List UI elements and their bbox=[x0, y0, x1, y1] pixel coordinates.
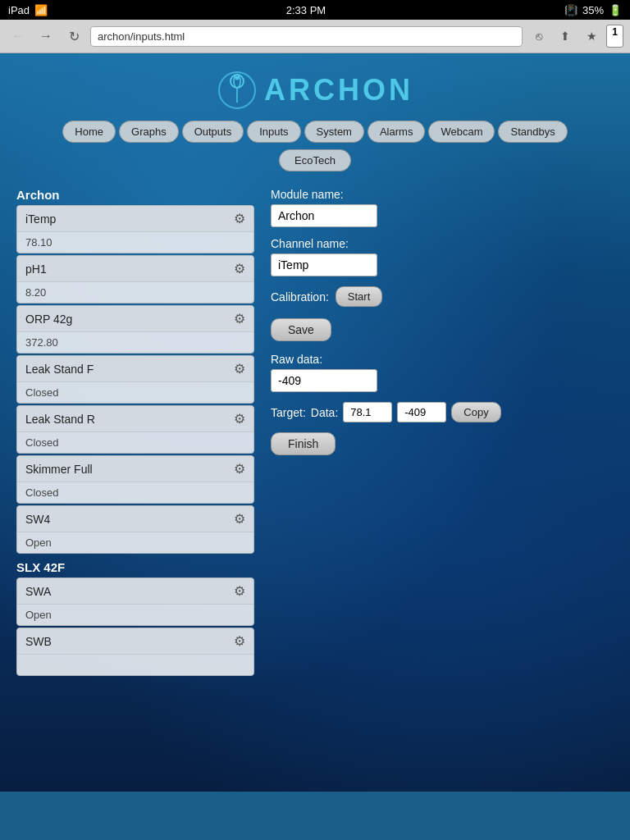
sensor-name-ph1: pH1 bbox=[25, 262, 47, 276]
sensor-card-swa[interactable]: SWA ⚙ Open bbox=[16, 578, 254, 626]
copy-button[interactable]: Copy bbox=[451, 402, 500, 422]
wifi-icon: 📶 bbox=[34, 4, 48, 16]
section-slx-label: SLX 42F bbox=[16, 560, 254, 574]
sensor-value-swa: Open bbox=[17, 605, 253, 625]
gear-icon-orp42g[interactable]: ⚙ bbox=[234, 311, 245, 326]
sensor-value-itemp: 78.10 bbox=[17, 232, 253, 253]
right-panel: Module name: Channel name: Calibration: … bbox=[271, 188, 614, 455]
sensor-value-orp42g: 372.80 bbox=[17, 332, 253, 353]
raw-data-input[interactable] bbox=[271, 369, 377, 392]
logo-text: ARCHON bbox=[264, 73, 413, 107]
bluetooth-icon: 📳 bbox=[564, 4, 578, 16]
target-row: Target: Data: Copy bbox=[271, 402, 614, 422]
gear-icon-ph1[interactable]: ⚙ bbox=[234, 261, 245, 276]
gear-icon-leak-stand-r[interactable]: ⚙ bbox=[234, 411, 245, 427]
gear-icon-skimmer-full[interactable]: ⚙ bbox=[234, 461, 245, 477]
sensor-card-skimmer-full[interactable]: Skimmer Full ⚙ Closed bbox=[16, 455, 254, 504]
data-label: Data: bbox=[311, 406, 338, 419]
data-value-input[interactable] bbox=[397, 402, 446, 422]
gear-icon-sw4[interactable]: ⚙ bbox=[234, 511, 245, 527]
section-archon-label: Archon bbox=[16, 188, 254, 202]
sensor-card-swb[interactable]: SWB ⚙ bbox=[16, 628, 254, 676]
sensor-value-sw4: Open bbox=[17, 532, 253, 553]
channel-name-input[interactable] bbox=[271, 253, 377, 276]
target-value-input[interactable] bbox=[343, 402, 392, 422]
tab-count[interactable]: 1 bbox=[606, 25, 623, 48]
sensor-card-orp42g[interactable]: ORP 42g ⚙ 372.80 bbox=[16, 305, 254, 354]
address-bar[interactable] bbox=[90, 26, 523, 47]
sensor-name-swa: SWA bbox=[25, 585, 51, 598]
status-bar: iPad 📶 2:33 PM 📳 35% 🔋 bbox=[0, 0, 630, 20]
left-panel: Archon iTemp ⚙ 78.10 pH1 ⚙ 8.20 bbox=[16, 188, 254, 678]
module-name-label: Module name: bbox=[271, 188, 614, 201]
sensor-name-swb: SWB bbox=[25, 635, 52, 648]
nav-home[interactable]: Home bbox=[62, 121, 116, 143]
sensor-card-sw4[interactable]: SW4 ⚙ Open bbox=[16, 505, 254, 554]
nav-graphs[interactable]: Graphs bbox=[119, 121, 179, 143]
sensor-value-skimmer-full: Closed bbox=[17, 482, 253, 503]
sensor-card-leak-stand-f[interactable]: Leak Stand F ⚙ Closed bbox=[16, 355, 254, 404]
nav-webcam[interactable]: Webcam bbox=[428, 121, 495, 143]
time-display: 2:33 PM bbox=[286, 4, 326, 16]
target-label: Target: bbox=[271, 406, 306, 419]
calibration-row: Calibration: Start bbox=[271, 286, 614, 307]
gear-icon-leak-stand-f[interactable]: ⚙ bbox=[234, 361, 245, 377]
page-content: ARCHON Home Graphs Outputs Inputs System… bbox=[0, 53, 630, 792]
sensor-value-leak-stand-f: Closed bbox=[17, 382, 253, 403]
sensor-name-itemp: iTemp bbox=[25, 212, 56, 226]
bookmark-button[interactable]: ★ bbox=[580, 25, 603, 48]
nav-bar: Home Graphs Outputs Inputs System Alarms… bbox=[16, 121, 614, 143]
sensor-value-leak-stand-r: Closed bbox=[17, 432, 253, 453]
main-layout: Archon iTemp ⚙ 78.10 pH1 ⚙ 8.20 bbox=[16, 188, 614, 678]
raw-data-label: Raw data: bbox=[271, 353, 614, 366]
svg-point-4 bbox=[235, 76, 240, 80]
channel-name-group: Channel name: bbox=[271, 237, 614, 276]
nav-standbys[interactable]: Standbys bbox=[498, 121, 567, 143]
share-button[interactable]: ⎋ bbox=[527, 25, 550, 48]
battery-icon: 🔋 bbox=[609, 4, 622, 16]
sensor-name-orp42g: ORP 42g bbox=[25, 313, 72, 326]
raw-data-section: Raw data: bbox=[271, 353, 614, 392]
sensor-card-itemp[interactable]: iTemp ⚙ 78.10 bbox=[16, 205, 254, 253]
module-name-group: Module name: bbox=[271, 188, 614, 227]
nav-inputs[interactable]: Inputs bbox=[247, 121, 300, 143]
gear-icon-swa[interactable]: ⚙ bbox=[234, 583, 245, 599]
calibration-label: Calibration: bbox=[271, 290, 329, 304]
sensor-name-leak-stand-r: Leak Stand R bbox=[25, 413, 95, 426]
save-button[interactable]: Save bbox=[271, 318, 331, 341]
sensor-name-skimmer-full: Skimmer Full bbox=[25, 463, 93, 476]
forward-button[interactable]: → bbox=[34, 25, 57, 48]
gear-icon-swb[interactable]: ⚙ bbox=[234, 633, 245, 649]
nav-outputs[interactable]: Outputs bbox=[182, 121, 244, 143]
nav-system[interactable]: System bbox=[304, 121, 364, 143]
sensor-card-ph1[interactable]: pH1 ⚙ 8.20 bbox=[16, 255, 254, 304]
sensor-name-sw4: SW4 bbox=[25, 513, 50, 526]
logo-area: ARCHON bbox=[16, 70, 614, 111]
sensor-name-leak-stand-f: Leak Stand F bbox=[25, 363, 94, 376]
upload-button[interactable]: ⬆ bbox=[554, 25, 577, 48]
nav-alarms[interactable]: Alarms bbox=[368, 121, 425, 143]
sensor-value-ph1: 8.20 bbox=[17, 282, 253, 303]
sensor-value-swb bbox=[17, 655, 253, 675]
battery-percent: 35% bbox=[582, 4, 604, 16]
nav-ecotech[interactable]: EcoTech bbox=[279, 149, 351, 171]
start-button[interactable]: Start bbox=[336, 286, 382, 307]
reload-button[interactable]: ↻ bbox=[62, 25, 85, 48]
sensor-card-leak-stand-r[interactable]: Leak Stand R ⚙ Closed bbox=[16, 405, 254, 454]
archon-logo-icon bbox=[217, 70, 258, 111]
browser-chrome: ← → ↻ ⎋ ⬆ ★ 1 bbox=[0, 20, 630, 53]
channel-name-label: Channel name: bbox=[271, 237, 614, 250]
module-name-input[interactable] bbox=[271, 204, 377, 227]
gear-icon-itemp[interactable]: ⚙ bbox=[234, 211, 245, 226]
sub-nav: EcoTech bbox=[16, 149, 614, 171]
back-button[interactable]: ← bbox=[7, 25, 30, 48]
finish-button[interactable]: Finish bbox=[271, 432, 336, 455]
device-label: iPad bbox=[8, 4, 30, 16]
